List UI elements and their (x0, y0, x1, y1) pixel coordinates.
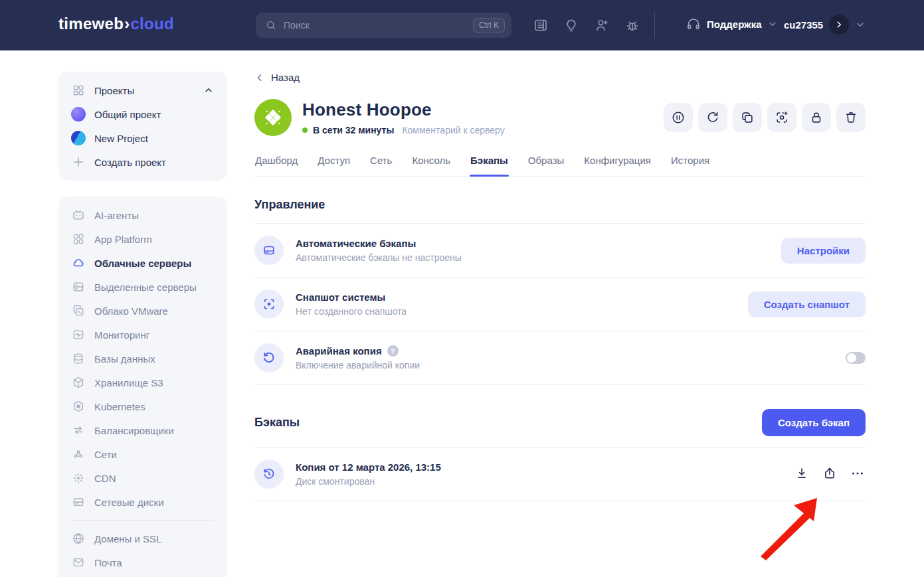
more-actions-button[interactable] (850, 466, 866, 482)
tab-images[interactable]: Образы (527, 155, 565, 176)
sidebar-item-label: Домены и SSL (94, 533, 161, 544)
sidebar-item-label: AI-агенты (94, 210, 139, 221)
download-backup-button[interactable] (794, 466, 810, 482)
system-snapshot-row: Снапшот системы Нет созданного снапшота … (254, 278, 866, 331)
sidebar-item-label: Почта (94, 557, 122, 568)
row-title: Аварийная копия (296, 345, 382, 357)
sidebar-item-label: Мониторинг (94, 329, 149, 341)
sidebar-item-label: Облако VMware (94, 305, 168, 317)
logo-text-primary: timeweb (58, 15, 124, 33)
server-page: Назад Honest Hoopoe В сети 32 минуты Ком… (254, 72, 866, 501)
server-comment-link[interactable]: Комментарий к серверу (402, 125, 504, 135)
search-input[interactable]: Поиск Ctrl K (256, 13, 511, 38)
sidebar-item-domains-ssl[interactable]: Домены и SSL (58, 527, 227, 550)
idea-lightbulb-icon[interactable] (563, 17, 579, 33)
sidebar-item-databases[interactable]: Базы данных (58, 347, 227, 371)
sidebar-item-app-platform[interactable]: App Platform (58, 227, 227, 251)
sidebar-item-label: Базы данных (94, 353, 155, 365)
ai-agents-icon (72, 208, 85, 222)
sidebar-item-label: Хранилище S3 (94, 377, 163, 388)
sidebar-item-label: CDN (94, 473, 116, 484)
mail-icon (72, 556, 85, 569)
sidebar-item-monitoring[interactable]: Мониторинг (58, 323, 227, 347)
project-label: Общий проект (94, 109, 161, 120)
sidebar-item-label: App Platform (94, 234, 152, 245)
back-link[interactable]: Назад (254, 72, 300, 83)
snapshot-icon (254, 289, 284, 319)
logo-chevron: › (124, 15, 130, 33)
chevron-up-icon (203, 85, 214, 96)
headphones-icon (686, 16, 701, 32)
export-backup-button[interactable] (822, 466, 838, 482)
tab-configuration[interactable]: Конфигурация (583, 155, 652, 176)
sidebar-item-cdn[interactable]: CDN (58, 466, 227, 490)
sidebar-item-network-disks[interactable]: Сетевые диски (58, 490, 227, 514)
sidebar-item-label: Kubernetes (94, 401, 145, 412)
sidebar-item-label: Выделенные серверы (94, 282, 197, 293)
online-status-dot (302, 127, 308, 133)
tab-backups[interactable]: Бэкапы (470, 155, 509, 176)
sidebar-item-label: Облачные серверы (94, 258, 191, 269)
tab-network[interactable]: Сеть (369, 155, 393, 176)
tab-access[interactable]: Доступ (317, 155, 351, 176)
top-navbar: timeweb›cloud Поиск Ctrl K Поддержка cu2… (0, 0, 924, 50)
tab-history[interactable]: История (670, 155, 710, 176)
sidebar-item-vmware-cloud[interactable]: Облако VMware (58, 299, 227, 323)
restart-server-button[interactable] (698, 103, 727, 132)
sidebar-item-load-balancers[interactable]: Балансировщики (58, 418, 227, 442)
clone-server-button[interactable] (733, 103, 762, 132)
projects-panel: Проекты Общий проект New Project Создать… (58, 72, 227, 181)
create-snapshot-button[interactable]: Создать снапшот (748, 291, 866, 317)
monitoring-icon (72, 328, 85, 341)
project-avatar (71, 131, 86, 145)
sidebar-item-label: Сети (94, 449, 117, 460)
sidebar-item-project-new[interactable]: New Project (58, 126, 227, 150)
news-icon[interactable] (533, 17, 549, 33)
account-avatar (829, 15, 849, 35)
sidebar-item-dedicated-servers[interactable]: Выделенные серверы (58, 275, 227, 299)
sidebar-item-ai-agents[interactable]: AI-агенты (58, 203, 227, 227)
tab-console[interactable]: Консоль (411, 155, 451, 176)
row-subtitle: Нет созданного снапшота (296, 306, 407, 317)
pause-server-button[interactable] (664, 103, 693, 132)
timeweb-cloud-logo[interactable]: timeweb›cloud (58, 15, 174, 33)
sidebar-item-cloud-servers[interactable]: Облачные серверы (58, 251, 227, 275)
bug-report-icon[interactable] (624, 17, 640, 33)
search-icon (265, 19, 277, 31)
logo-text-secondary: cloud (130, 15, 174, 33)
invite-user-icon[interactable] (594, 17, 610, 33)
server-name: Honest Hoopoe (302, 100, 505, 120)
snapshot-add-icon (775, 110, 789, 125)
search-placeholder: Поиск (284, 20, 473, 31)
lock-icon (809, 110, 824, 125)
emergency-copy-toggle[interactable] (846, 352, 866, 364)
copy-icon (740, 110, 755, 125)
create-project-button[interactable]: Создать проект (58, 150, 227, 174)
account-menu[interactable]: cu27355 (784, 15, 866, 35)
sidebar-item-kubernetes[interactable]: Kubernetes (58, 394, 227, 418)
delete-server-button[interactable] (836, 103, 866, 132)
help-icon[interactable] (387, 345, 399, 357)
trash-icon (844, 110, 858, 125)
project-label: New Project (94, 133, 148, 144)
row-title: Снапшот системы (296, 291, 407, 303)
row-subtitle: Автоматические бэкапы не настроены (296, 252, 462, 263)
sidebar-item-s3-storage[interactable]: Хранилище S3 (58, 371, 227, 394)
sidebar-item-networks[interactable]: Сети (58, 442, 227, 466)
lock-server-button[interactable] (802, 103, 831, 132)
sidebar-divider (70, 520, 215, 521)
sidebar-item-label: Балансировщики (94, 425, 174, 436)
sidebar-item-mail[interactable]: Почта (58, 550, 227, 574)
chevron-right-icon (834, 20, 844, 29)
support-menu[interactable]: Поддержка (686, 16, 778, 32)
dedicated-server-icon (72, 280, 85, 293)
projects-header[interactable]: Проекты (58, 78, 227, 102)
kubernetes-icon (72, 400, 85, 413)
vmware-cloud-icon (72, 304, 85, 317)
create-snapshot-button-header[interactable] (767, 103, 796, 132)
settings-button[interactable]: Настройки (781, 238, 866, 264)
sidebar-item-project-general[interactable]: Общий проект (58, 102, 227, 126)
tab-dashboard[interactable]: Дашборд (254, 155, 298, 176)
create-backup-button[interactable]: Создать бэкап (762, 409, 866, 436)
backup-row: Копия от 12 марта 2026, 13:15 Диск смонт… (254, 448, 866, 501)
